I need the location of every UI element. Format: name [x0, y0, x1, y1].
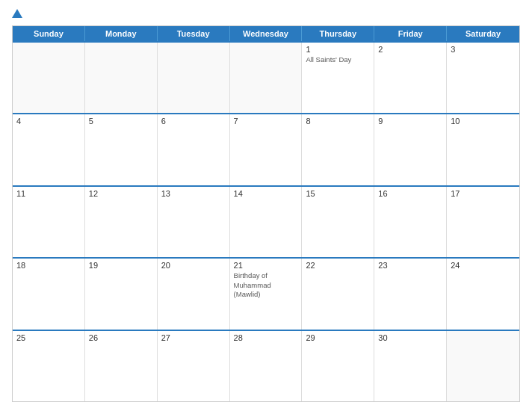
day-number: 8 — [306, 117, 370, 126]
calendar-cell: 4 — [13, 114, 85, 185]
calendar-cell: 3 — [447, 43, 519, 113]
calendar-cell: 14 — [230, 187, 303, 257]
calendar-cell: 15 — [302, 187, 374, 257]
day-number: 23 — [378, 261, 442, 270]
day-number: 28 — [234, 333, 298, 342]
calendar-cell: 26 — [85, 331, 158, 401]
calendar-cell: 25 — [13, 331, 85, 401]
calendar-cell — [13, 43, 85, 113]
header-day-saturday: Saturday — [447, 26, 519, 41]
calendar-week-5: 252627282930 — [13, 330, 519, 401]
day-number: 15 — [306, 189, 370, 198]
header-day-tuesday: Tuesday — [158, 26, 230, 41]
logo-triangle-icon — [12, 9, 22, 18]
day-number: 18 — [16, 261, 81, 270]
day-number: 6 — [161, 117, 226, 126]
calendar-week-2: 45678910 — [13, 113, 519, 185]
day-number: 4 — [16, 117, 81, 126]
holiday-label: All Saints' Day — [306, 55, 370, 64]
calendar-cell — [230, 43, 303, 113]
day-number: 1 — [306, 45, 370, 54]
day-number: 10 — [451, 117, 516, 126]
header-day-friday: Friday — [374, 26, 447, 41]
calendar-week-1: 1All Saints' Day23 — [13, 41, 519, 113]
calendar-cell: 23 — [374, 259, 447, 329]
holiday-label: Birthday of Muhammad (Mawlid) — [234, 271, 298, 299]
day-number: 17 — [451, 189, 516, 198]
day-number: 14 — [234, 189, 298, 198]
calendar-week-3: 11121314151617 — [13, 185, 519, 257]
day-number: 13 — [161, 189, 226, 198]
calendar-cell: 7 — [230, 114, 303, 185]
calendar-cell: 24 — [447, 259, 519, 329]
calendar-cell: 20 — [158, 259, 230, 329]
day-number: 30 — [378, 333, 442, 342]
calendar-cell: 1All Saints' Day — [302, 43, 374, 113]
calendar-cell: 21Birthday of Muhammad (Mawlid) — [230, 259, 303, 329]
calendar-grid: SundayMondayTuesdayWednesdayThursdayFrid… — [12, 25, 520, 402]
calendar-cell: 19 — [85, 259, 158, 329]
day-number: 9 — [378, 117, 442, 126]
calendar-cell: 18 — [13, 259, 85, 329]
day-number: 27 — [161, 333, 226, 342]
header-day-thursday: Thursday — [302, 26, 374, 41]
day-number: 11 — [16, 189, 81, 198]
calendar-page: SundayMondayTuesdayWednesdayThursdayFrid… — [0, 0, 532, 411]
day-number: 20 — [161, 261, 226, 270]
calendar-cell: 6 — [158, 114, 230, 185]
calendar-cell: 13 — [158, 187, 230, 257]
calendar-cell: 29 — [302, 331, 374, 401]
header-day-sunday: Sunday — [13, 26, 85, 41]
day-number: 12 — [89, 189, 153, 198]
calendar-cell: 28 — [230, 331, 303, 401]
calendar-cell: 8 — [302, 114, 374, 185]
calendar-week-4: 18192021Birthday of Muhammad (Mawlid)222… — [13, 257, 519, 329]
header — [12, 9, 520, 18]
day-number: 2 — [378, 45, 442, 54]
calendar-body: 1All Saints' Day234567891011121314151617… — [13, 41, 519, 401]
day-number: 3 — [451, 45, 516, 54]
day-number: 25 — [16, 333, 81, 342]
day-number: 22 — [306, 261, 370, 270]
header-day-wednesday: Wednesday — [230, 26, 303, 41]
calendar-cell: 17 — [447, 187, 519, 257]
calendar-cell: 22 — [302, 259, 374, 329]
day-number: 5 — [89, 117, 153, 126]
calendar-cell: 2 — [374, 43, 447, 113]
calendar-cell: 12 — [85, 187, 158, 257]
calendar-cell: 5 — [85, 114, 158, 185]
day-number: 21 — [234, 261, 298, 270]
calendar-cell — [158, 43, 230, 113]
calendar-cell: 27 — [158, 331, 230, 401]
logo-blue-text — [12, 9, 25, 18]
day-number: 16 — [378, 189, 442, 198]
day-number: 24 — [451, 261, 516, 270]
calendar-cell: 9 — [374, 114, 447, 185]
day-number: 7 — [234, 117, 298, 126]
calendar-cell: 30 — [374, 331, 447, 401]
header-day-monday: Monday — [85, 26, 158, 41]
day-number: 29 — [306, 333, 370, 342]
calendar-cell — [447, 331, 519, 401]
calendar-cell: 10 — [447, 114, 519, 185]
calendar-header-row: SundayMondayTuesdayWednesdayThursdayFrid… — [13, 26, 519, 41]
logo — [12, 9, 25, 18]
day-number: 19 — [89, 261, 153, 270]
calendar-cell: 11 — [13, 187, 85, 257]
day-number: 26 — [89, 333, 153, 342]
calendar-cell: 16 — [374, 187, 447, 257]
calendar-cell — [85, 43, 158, 113]
